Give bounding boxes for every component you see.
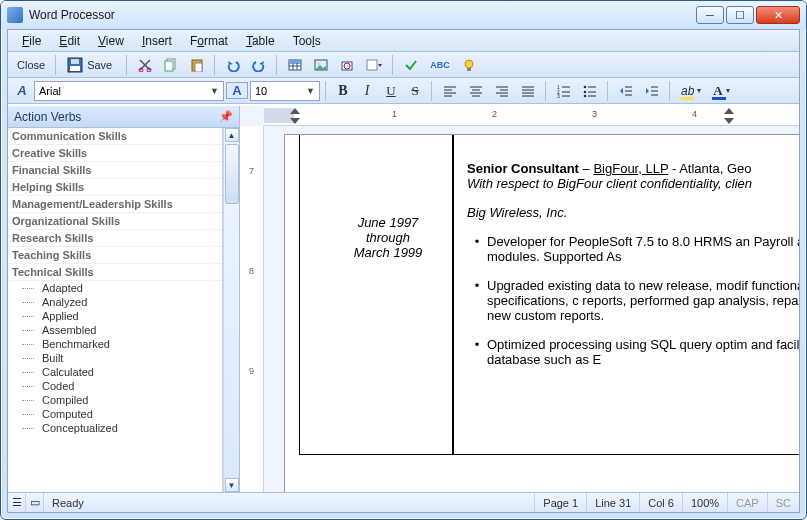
undo-button[interactable] (221, 54, 245, 76)
spellcheck-button[interactable]: ABC (425, 54, 455, 76)
font-dialog-button[interactable]: A (12, 83, 32, 98)
close-window-button[interactable]: ✕ (756, 6, 800, 24)
status-line: Line 31 (587, 493, 640, 512)
svg-text:3: 3 (557, 93, 560, 98)
minimize-button[interactable]: ─ (696, 6, 724, 24)
indent-increase-button[interactable] (640, 80, 664, 102)
tree-item[interactable]: Analyzed (8, 295, 222, 309)
insert-table-button[interactable] (283, 54, 307, 76)
tree-item[interactable]: Benchmarked (8, 337, 222, 351)
format-toolbar: A Arial▼ A 10▼ B I U S 123 ab▾ A▾ (8, 78, 799, 104)
right-indent-handle[interactable] (724, 118, 734, 124)
align-right-button[interactable] (490, 80, 514, 102)
separator (669, 81, 671, 101)
tree-category[interactable]: Research Skills (8, 230, 222, 247)
paste-button[interactable] (185, 54, 209, 76)
bullet-text: Optimized processing using SQL query opt… (487, 337, 799, 367)
tree-item[interactable]: Assembled (8, 323, 222, 337)
fontsize-combo[interactable]: 10▼ (250, 81, 320, 101)
menu-view[interactable]: View (90, 32, 132, 50)
maximize-button[interactable]: ☐ (726, 6, 754, 24)
indent-decrease-button[interactable] (614, 80, 638, 102)
font-combo[interactable]: Arial▼ (34, 81, 224, 101)
tree-item[interactable]: Conceptualized (8, 421, 222, 435)
app-icon (7, 7, 23, 23)
highlight-button[interactable]: ab▾ (676, 80, 706, 102)
floppy-icon (67, 57, 83, 73)
close-button[interactable]: Close (12, 54, 50, 76)
titlebar[interactable]: Word Processor ─ ☐ ✕ (1, 1, 806, 29)
bullet-icon: • (467, 234, 487, 264)
tree-category[interactable]: Technical Skills (8, 264, 222, 281)
strikethrough-button[interactable]: S (404, 80, 426, 102)
copy-icon (164, 58, 178, 72)
scroll-thumb[interactable] (225, 144, 239, 204)
status-zoom[interactable]: 100% (683, 493, 728, 512)
object-icon (340, 58, 354, 72)
scroll-down-icon[interactable]: ▼ (225, 478, 239, 492)
side-scrollbar[interactable]: ▲ ▼ (223, 128, 239, 492)
insert-image-button[interactable] (309, 54, 333, 76)
bullet-list-icon (583, 84, 597, 98)
tree-item[interactable]: Adapted (8, 281, 222, 295)
tree-item[interactable]: Applied (8, 309, 222, 323)
tree-category[interactable]: Communication Skills (8, 128, 222, 145)
side-panel-header[interactable]: Action Verbs 📌 (8, 106, 239, 128)
date-line: June 1997 (313, 215, 463, 230)
menu-tools[interactable]: Tools (285, 32, 329, 50)
cut-button[interactable] (133, 54, 157, 76)
save-button[interactable]: Save (62, 54, 121, 76)
underline-button[interactable]: U (380, 80, 402, 102)
document-page[interactable]: June 1997 through March 1999 Senior Cons… (284, 134, 799, 492)
view-icon[interactable]: ☰ (8, 493, 26, 512)
menu-format[interactable]: Format (182, 32, 236, 50)
align-left-button[interactable] (438, 80, 462, 102)
pin-icon[interactable]: 📌 (219, 110, 233, 123)
tree-category[interactable]: Financial Skills (8, 162, 222, 179)
numbered-list-button[interactable]: 123 (552, 80, 576, 102)
numbered-list-icon: 123 (557, 84, 571, 98)
align-center-button[interactable] (464, 80, 488, 102)
tree-category[interactable]: Organizational Skills (8, 213, 222, 230)
hanging-indent-handle[interactable] (290, 118, 300, 124)
side-panel-title: Action Verbs (14, 110, 81, 124)
bulleted-list-button[interactable] (578, 80, 602, 102)
menu-insert[interactable]: Insert (134, 32, 180, 50)
bold-button[interactable]: B (332, 80, 354, 102)
tree-category[interactable]: Creative Skills (8, 145, 222, 162)
scroll-up-icon[interactable]: ▲ (225, 128, 239, 142)
horizontal-ruler[interactable]: 1 2 3 4 (264, 106, 799, 126)
paste-icon (190, 58, 204, 72)
insert-object-button[interactable] (335, 54, 359, 76)
tree-category[interactable]: Management/Leadership Skills (8, 196, 222, 213)
font-color-button[interactable]: A▾ (708, 80, 734, 102)
status-page: Page 1 (535, 493, 587, 512)
tree-item[interactable]: Computed (8, 407, 222, 421)
complete-button[interactable] (399, 54, 423, 76)
fontsize-dialog-button[interactable]: A (226, 82, 248, 99)
app-window: Word Processor ─ ☐ ✕ File Edit View Inse… (0, 0, 807, 520)
view-page-icon[interactable]: ▭ (26, 493, 44, 512)
menu-edit[interactable]: Edit (51, 32, 88, 50)
tools-dropdown-button[interactable] (361, 54, 387, 76)
menu-file[interactable]: File (14, 32, 49, 50)
bullet-text: Upgraded existing data to new release, m… (487, 278, 799, 323)
first-line-indent-handle[interactable] (290, 108, 300, 114)
align-justify-button[interactable] (516, 80, 540, 102)
help-button[interactable] (457, 54, 481, 76)
svg-rect-1 (70, 66, 80, 71)
vertical-ruler[interactable]: 7 8 9 (240, 126, 264, 492)
statusbar: ☰ ▭ Ready Page 1 Line 31 Col 6 100% CAP … (8, 492, 799, 512)
tree-item[interactable]: Coded (8, 379, 222, 393)
tree-item[interactable]: Built (8, 351, 222, 365)
italic-button[interactable]: I (356, 80, 378, 102)
redo-button[interactable] (247, 54, 271, 76)
side-panel-tree[interactable]: Communication Skills Creative Skills Fin… (8, 128, 223, 492)
menu-table[interactable]: Table (238, 32, 283, 50)
tree-category[interactable]: Helping Skills (8, 179, 222, 196)
right-indent-handle[interactable] (724, 108, 734, 114)
tree-item[interactable]: Compiled (8, 393, 222, 407)
tree-item[interactable]: Calculated (8, 365, 222, 379)
copy-button[interactable] (159, 54, 183, 76)
tree-category[interactable]: Teaching Skills (8, 247, 222, 264)
